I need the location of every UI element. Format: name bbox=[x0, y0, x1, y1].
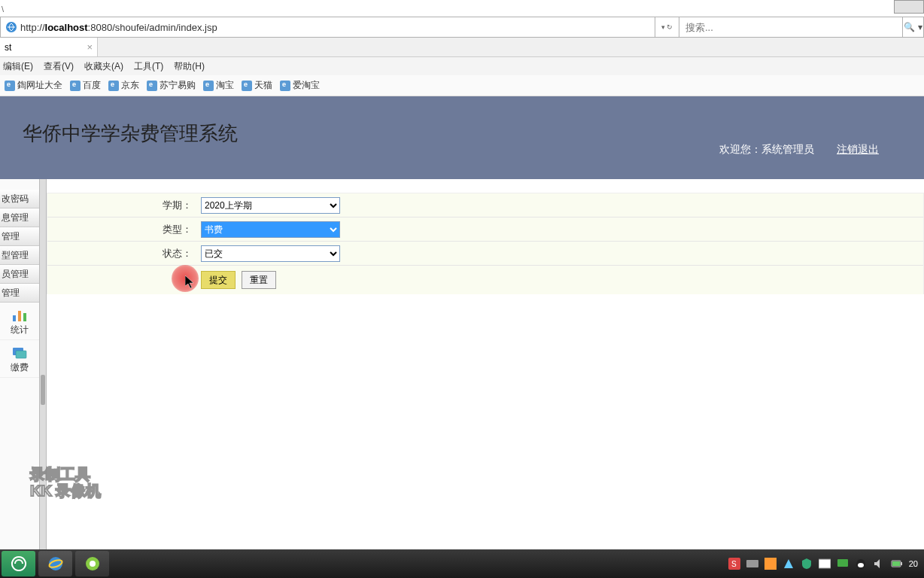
site-icon bbox=[280, 81, 290, 91]
site-icon bbox=[203, 81, 214, 91]
window-controls[interactable] bbox=[894, 0, 924, 14]
app-icon bbox=[84, 555, 101, 572]
bookmark-item[interactable]: 百度 bbox=[68, 79, 102, 92]
taskbar-ie[interactable] bbox=[38, 551, 72, 576]
site-icon bbox=[242, 81, 252, 91]
menu-edit[interactable]: 编辑(E) bbox=[3, 60, 33, 73]
logout-link[interactable]: 注销退出 bbox=[837, 143, 879, 157]
svg-point-9 bbox=[90, 561, 96, 567]
sidebar-item-type[interactable]: 型管理 bbox=[0, 246, 39, 265]
url-display: http://localhost:8080/shoufei/admin/inde… bbox=[20, 22, 217, 33]
row-semester: 学期： 2020上学期 bbox=[47, 193, 923, 218]
type-label: 类型： bbox=[47, 223, 198, 236]
browser-tab[interactable]: st × bbox=[0, 38, 98, 56]
button-row: 提交 重置 bbox=[47, 266, 923, 294]
tray-shield-icon[interactable] bbox=[801, 558, 813, 570]
splitter[interactable] bbox=[39, 179, 47, 578]
tray-battery-icon[interactable] bbox=[891, 558, 903, 570]
stats-icon bbox=[11, 306, 29, 324]
splitter-handle-icon bbox=[41, 375, 45, 405]
tray-volume-icon[interactable] bbox=[873, 558, 885, 570]
filter-form: 学期： 2020上学期 类型： 书费 状态： 已交 提交 重置 bbox=[47, 193, 924, 294]
ie-icon bbox=[5, 21, 17, 33]
site-icon bbox=[108, 81, 119, 91]
bookmark-item[interactable]: 苏宁易购 bbox=[145, 79, 197, 92]
site-icon bbox=[70, 81, 81, 91]
app-header: 华侨中学学杂费管理系统 欢迎您：系统管理员 注销退出 bbox=[0, 96, 924, 179]
system-tray: S 20 bbox=[728, 558, 924, 570]
reset-button[interactable]: 重置 bbox=[242, 271, 276, 289]
ie-icon bbox=[47, 555, 65, 573]
site-icon bbox=[5, 81, 15, 91]
search-input[interactable] bbox=[685, 22, 896, 33]
refresh-controls[interactable]: ▾ ↻ bbox=[655, 17, 679, 37]
address-row: http://localhost:8080/shoufei/admin/inde… bbox=[0, 17, 924, 38]
row-status: 状态： 已交 bbox=[47, 242, 923, 266]
bookmark-bar: 鍧网址大全 百度 京东 苏宁易购 淘宝 天猫 爱淘宝 bbox=[0, 75, 924, 96]
svg-rect-12 bbox=[746, 560, 758, 567]
sidebar-nav: \ 改密码 息管理 管理 型管理 员管理 管理 统计 缴费 bbox=[0, 179, 39, 578]
svg-rect-2 bbox=[18, 311, 21, 321]
tray-monitor-icon[interactable] bbox=[837, 558, 849, 570]
taskbar: S 20 bbox=[0, 549, 924, 578]
bookmark-item[interactable]: 淘宝 bbox=[202, 79, 236, 92]
menu-view[interactable]: 查看(V) bbox=[44, 60, 74, 73]
svg-rect-5 bbox=[16, 351, 26, 358]
tray-ime-icon[interactable]: S bbox=[728, 558, 740, 570]
welcome-block: 欢迎您：系统管理员 注销退出 bbox=[719, 143, 879, 157]
semester-select[interactable]: 2020上学期 bbox=[201, 197, 340, 214]
svg-rect-20 bbox=[892, 561, 900, 566]
close-icon[interactable]: × bbox=[87, 41, 93, 53]
page-title: 华侨中学学杂费管理系统 bbox=[23, 120, 238, 147]
menu-help[interactable]: 帮助(H) bbox=[174, 60, 205, 73]
svg-text:S: S bbox=[731, 560, 737, 568]
menu-favorites[interactable]: 收藏夹(A) bbox=[84, 60, 123, 73]
start-icon bbox=[11, 555, 27, 572]
tab-title: st bbox=[5, 42, 11, 53]
search-button[interactable]: 🔍 ▾ bbox=[902, 17, 923, 37]
svg-rect-14 bbox=[819, 559, 831, 568]
sidebar-corner: \ bbox=[2, 5, 4, 14]
main-content: 学期： 2020上学期 类型： 书费 状态： 已交 提交 重置 bbox=[47, 179, 924, 578]
tab-row: st × bbox=[0, 38, 924, 57]
sidebar-item-manage2[interactable]: 管理 bbox=[0, 284, 39, 303]
menu-bar: 编辑(E) 查看(V) 收藏夹(A) 工具(T) 帮助(H) bbox=[0, 57, 924, 75]
svg-rect-15 bbox=[837, 559, 848, 567]
bookmark-item[interactable]: 爱淘宝 bbox=[278, 79, 321, 92]
type-select[interactable]: 书费 bbox=[201, 221, 340, 238]
sidebar-item-stats[interactable]: 统计 bbox=[0, 303, 39, 340]
semester-label: 学期： bbox=[47, 199, 198, 212]
app-body: \ 改密码 息管理 管理 型管理 员管理 管理 统计 缴费 学期： 2020上学… bbox=[0, 179, 924, 578]
tray-flag-icon[interactable] bbox=[819, 558, 831, 570]
row-type: 类型： 书费 bbox=[47, 218, 923, 242]
sidebar-item-info[interactable]: 息管理 bbox=[0, 208, 39, 227]
pay-icon bbox=[11, 343, 29, 361]
sidebar-item-password[interactable]: 改密码 bbox=[0, 190, 39, 208]
status-select[interactable]: 已交 bbox=[201, 245, 340, 262]
menu-tools[interactable]: 工具(T) bbox=[134, 60, 163, 73]
status-label: 状态： bbox=[47, 247, 198, 260]
tray-network-icon[interactable] bbox=[783, 558, 795, 570]
svg-rect-19 bbox=[901, 562, 902, 565]
svg-point-17 bbox=[858, 563, 864, 567]
bookmark-item[interactable]: 京东 bbox=[107, 79, 141, 92]
sidebar-item-pay[interactable]: 缴费 bbox=[0, 340, 39, 378]
tray-keyboard-icon[interactable] bbox=[746, 558, 758, 570]
welcome-text: 欢迎您：系统管理员 bbox=[719, 143, 814, 157]
tray-app-icon[interactable] bbox=[764, 558, 777, 570]
tray-clock[interactable]: 20 bbox=[909, 559, 918, 568]
bookmark-item[interactable]: 天猫 bbox=[240, 79, 274, 92]
search-bar[interactable] bbox=[679, 17, 902, 37]
submit-button[interactable]: 提交 bbox=[201, 271, 236, 289]
svg-rect-13 bbox=[764, 558, 777, 570]
svg-rect-3 bbox=[23, 313, 26, 321]
svg-rect-1 bbox=[13, 315, 16, 321]
tray-qq-icon[interactable] bbox=[855, 558, 867, 570]
site-icon bbox=[147, 81, 157, 91]
sidebar-item-manage1[interactable]: 管理 bbox=[0, 227, 39, 246]
sidebar-item-member[interactable]: 员管理 bbox=[0, 265, 39, 284]
bookmark-item[interactable]: 鍧网址大全 bbox=[3, 79, 64, 92]
start-button[interactable] bbox=[2, 551, 35, 576]
taskbar-app[interactable] bbox=[75, 551, 109, 576]
address-bar[interactable]: http://localhost:8080/shoufei/admin/inde… bbox=[1, 17, 655, 37]
